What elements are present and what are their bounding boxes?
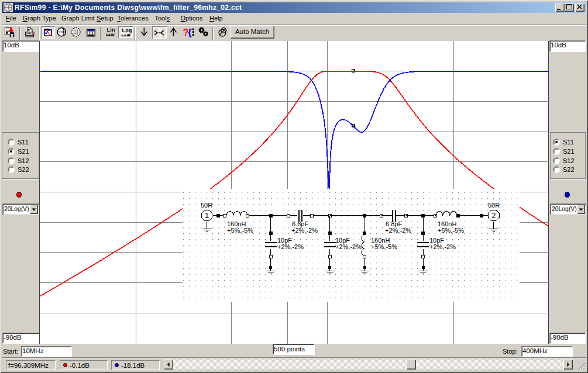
svg-text:50R: 50R <box>201 202 212 209</box>
svg-text:+2%,-2%: +2%,-2% <box>277 243 304 250</box>
svg-text:+2%,-2%: +2%,-2% <box>385 227 411 234</box>
svg-text:+5%,-5%: +5%,-5% <box>227 227 253 234</box>
svg-text:1: 1 <box>205 211 209 220</box>
svg-text:6.8pF: 6.8pF <box>386 220 402 227</box>
svg-text:+5%,-5%: +5%,-5% <box>371 243 397 250</box>
svg-text:50R: 50R <box>488 202 500 209</box>
svg-text:Lin: Lin <box>107 27 115 33</box>
svg-text:+2%,-2%: +2%,-2% <box>335 243 362 250</box>
svg-text:6.8pF: 6.8pF <box>292 220 308 227</box>
svg-text:+5%,-5%: +5%,-5% <box>438 227 464 234</box>
svg-text:{: { <box>188 27 192 38</box>
svg-text:+2%,-2%: +2%,-2% <box>429 243 456 250</box>
svg-text:2: 2 <box>491 211 496 220</box>
svg-text:+2%,-2%: +2%,-2% <box>291 227 318 234</box>
svg-text:Log: Log <box>122 27 132 33</box>
